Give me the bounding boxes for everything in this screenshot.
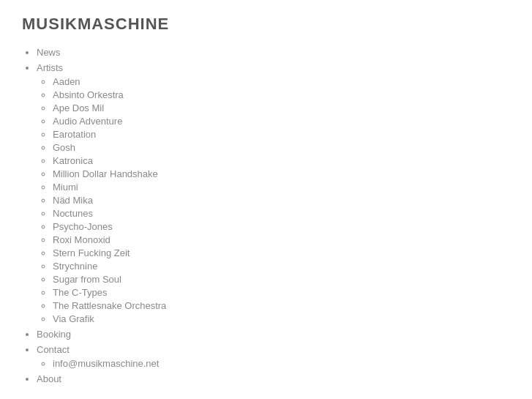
nav-subitem[interactable]: Ape Dos Mil: [53, 102, 510, 113]
nav-subitem-link[interactable]: Million Dollar Handshake: [53, 168, 158, 179]
nav-item-link[interactable]: About: [37, 373, 61, 384]
nav-subitem-link[interactable]: Stern Fucking Zeit: [53, 247, 130, 258]
nav-subitem-link[interactable]: Psycho-Jones: [53, 221, 113, 232]
nav-item[interactable]: About: [37, 373, 510, 384]
nav-subitem[interactable]: Näd Mika: [53, 195, 510, 206]
nav-subitem[interactable]: Strychnine: [53, 261, 510, 272]
nav-subitem[interactable]: Earotation: [53, 129, 510, 140]
nav-subitem[interactable]: Absinto Orkestra: [53, 89, 510, 100]
nav-subitem[interactable]: Noctunes: [53, 208, 510, 219]
nav-subitem[interactable]: Aaden: [53, 76, 510, 87]
nav-subitem[interactable]: Stern Fucking Zeit: [53, 247, 510, 258]
nav-subitem-link[interactable]: Roxi Monoxid: [53, 234, 110, 245]
nav-subitem[interactable]: info@musikmaschine.net: [53, 358, 510, 369]
nav-subitem-link[interactable]: Ape Dos Mil: [53, 102, 104, 113]
nav-subitem-link[interactable]: Noctunes: [53, 208, 93, 219]
nav-subitem[interactable]: Psycho-Jones: [53, 221, 510, 232]
nav-subitem-link[interactable]: Sugar from Soul: [53, 274, 121, 285]
nav-subitem[interactable]: Miumi: [53, 182, 510, 193]
nav-subitem[interactable]: Million Dollar Handshake: [53, 168, 510, 179]
nav-subitem-link[interactable]: Via Grafik: [53, 313, 94, 324]
nav-item-label: Contact: [37, 344, 70, 355]
nav-subitem[interactable]: Roxi Monoxid: [53, 234, 510, 245]
nav-subitem-link[interactable]: Miumi: [53, 182, 78, 193]
nav-item[interactable]: News: [37, 47, 510, 58]
nav-subitem[interactable]: The C-Types: [53, 287, 510, 298]
nav-subitem-link[interactable]: Audio Adventure: [53, 116, 122, 127]
nav-subitem-link[interactable]: The Rattlesnake Orchestra: [53, 300, 166, 311]
nav-subitem[interactable]: Gosh: [53, 142, 510, 153]
nav-subitem-link[interactable]: The C-Types: [53, 287, 107, 298]
nav-subitem[interactable]: The Rattlesnake Orchestra: [53, 300, 510, 311]
nav-subitem-link[interactable]: Strychnine: [53, 261, 97, 272]
nav-item-label: Artists: [37, 62, 63, 73]
nav-subitem-link[interactable]: info@musikmaschine.net: [53, 358, 159, 369]
nav-subitem-link[interactable]: Absinto Orkestra: [53, 89, 124, 100]
nav-item-link[interactable]: News: [37, 47, 61, 58]
nav-subitem-link[interactable]: Gosh: [53, 142, 75, 153]
nav-subitem[interactable]: Katronica: [53, 155, 510, 166]
nav-subitem[interactable]: Audio Adventure: [53, 116, 510, 127]
nav-subitem-link[interactable]: Earotation: [53, 129, 96, 140]
nav-subitem-link[interactable]: Katronica: [53, 155, 93, 166]
nav-subitem-link[interactable]: Aaden: [53, 76, 80, 87]
nav-subitem-link[interactable]: Näd Mika: [53, 195, 93, 206]
nav-item: Contactinfo@musikmaschine.net: [37, 344, 510, 369]
nav-subitem[interactable]: Via Grafik: [53, 313, 510, 324]
nav-item[interactable]: Booking: [37, 329, 510, 340]
nav-subitem[interactable]: Sugar from Soul: [53, 274, 510, 285]
nav-item: ArtistsAadenAbsinto OrkestraApe Dos MilA…: [37, 62, 510, 324]
nav-item-link[interactable]: Booking: [37, 329, 71, 340]
site-title: MUSIKMASCHINE: [22, 15, 510, 34]
main-nav: NewsArtistsAadenAbsinto OrkestraApe Dos …: [22, 47, 510, 384]
